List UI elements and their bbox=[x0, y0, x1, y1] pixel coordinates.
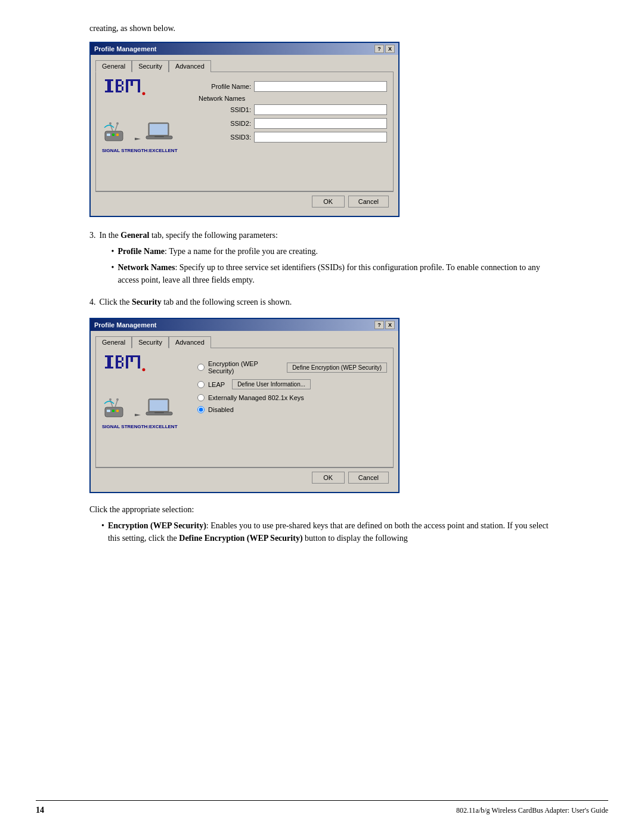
dialog-left-1: SIGNAL STRENGTH:EXCELLENT bbox=[102, 78, 191, 153]
help-button-1[interactable]: ? bbox=[374, 45, 384, 53]
radio-ext[interactable] bbox=[197, 394, 205, 401]
svg-rect-11 bbox=[126, 79, 140, 81]
svg-rect-36 bbox=[126, 355, 128, 368]
tab-advanced-2[interactable]: Advanced bbox=[169, 336, 211, 348]
close-button-2[interactable]: X bbox=[385, 321, 395, 329]
page-content: creating, as shown below. Profile Manage… bbox=[89, 24, 555, 544]
step3-rest: tab, specify the following parameters: bbox=[151, 231, 278, 240]
svg-rect-12 bbox=[131, 81, 133, 86]
laptop-icon-2 bbox=[145, 395, 174, 419]
dialog-titlebar-1: Profile Management ? X bbox=[91, 43, 398, 55]
help-button-2[interactable]: ? bbox=[374, 321, 384, 329]
svg-point-20 bbox=[109, 122, 112, 125]
svg-point-21 bbox=[116, 122, 119, 125]
ssid2-label: SSID2: bbox=[197, 120, 251, 127]
bullet1-text: : Type a name for the profile you are cr… bbox=[165, 247, 318, 256]
cancel-button-2[interactable]: Cancel bbox=[348, 472, 389, 484]
intro-text: creating, as shown below. bbox=[89, 24, 555, 33]
close-button-1[interactable]: X bbox=[385, 45, 395, 53]
tab-security-1[interactable]: Security bbox=[132, 60, 169, 72]
tab-general-2[interactable]: General bbox=[95, 336, 132, 348]
cancel-button-1[interactable]: Cancel bbox=[348, 196, 389, 208]
radio-disabled[interactable] bbox=[197, 406, 205, 413]
signal-strength-1: SIGNAL STRENGTH:EXCELLENT bbox=[102, 148, 191, 153]
radio-row-disabled: Disabled bbox=[197, 406, 387, 413]
svg-rect-5 bbox=[116, 85, 122, 86]
tab-bar-1: General Security Advanced bbox=[95, 60, 394, 72]
ibm-logo-2 bbox=[102, 354, 191, 377]
svg-rect-29 bbox=[105, 367, 113, 368]
svg-rect-6 bbox=[116, 91, 122, 92]
ssid1-input[interactable] bbox=[254, 104, 387, 115]
dialog-right-1: Profile Name: Network Names SSID1: SSID bbox=[197, 78, 387, 153]
step3-text: In the bbox=[100, 231, 119, 240]
ssid2-row: SSID2: bbox=[197, 118, 387, 129]
laptop-icon-1 bbox=[145, 119, 174, 143]
step-3: 3. In the General tab, specify the follo… bbox=[89, 229, 555, 290]
dialog-title-2: Profile Management bbox=[94, 321, 157, 329]
svg-rect-24 bbox=[150, 124, 168, 135]
router-icon-1 bbox=[102, 120, 131, 143]
titlebar-buttons-2: ? X bbox=[374, 321, 395, 329]
svg-rect-17 bbox=[116, 134, 119, 136]
svg-rect-8 bbox=[122, 86, 123, 91]
ssid2-input[interactable] bbox=[254, 118, 387, 129]
svg-marker-49 bbox=[135, 414, 141, 416]
define-user-button[interactable]: Define User Information... bbox=[232, 379, 311, 389]
step3-bullets: • Profile Name: Type a name for the prof… bbox=[100, 245, 555, 286]
svg-line-19 bbox=[115, 124, 117, 131]
svg-rect-0 bbox=[105, 79, 113, 81]
ssid1-label: SSID1: bbox=[197, 106, 251, 113]
dialog-inner-2: SIGNAL STRENGTH:EXCELLENT Encryption (WE… bbox=[102, 354, 387, 429]
security-bullets: • Encryption (WEP Security): Enables you… bbox=[89, 519, 555, 544]
titlebar-buttons-1: ? X bbox=[374, 45, 395, 53]
tab-advanced-1[interactable]: Advanced bbox=[169, 60, 211, 72]
network-names-label: Network Names bbox=[199, 95, 387, 102]
dialog-footer-2: OK Cancel bbox=[95, 467, 394, 487]
ok-button-2[interactable]: OK bbox=[312, 472, 345, 484]
svg-rect-16 bbox=[112, 134, 114, 136]
svg-rect-51 bbox=[150, 400, 168, 411]
step3-number: 3. bbox=[89, 229, 96, 290]
enc-end-text: button to display the following bbox=[305, 534, 408, 543]
svg-rect-1 bbox=[107, 81, 111, 91]
svg-rect-35 bbox=[122, 363, 123, 367]
radio-leap[interactable] bbox=[197, 381, 205, 388]
bullet2-label: Network Names bbox=[117, 263, 175, 272]
svg-rect-2 bbox=[105, 91, 113, 92]
svg-point-48 bbox=[116, 398, 119, 401]
dialog-footer-1: OK Cancel bbox=[95, 191, 394, 211]
bullet-encryption: • Encryption (WEP Security): Enables you… bbox=[101, 519, 555, 544]
ssid3-row: SSID3: bbox=[197, 132, 387, 143]
define-wep-button[interactable]: Define Encryption (WEP Security) bbox=[287, 363, 387, 373]
ok-button-1[interactable]: OK bbox=[312, 196, 345, 208]
radio-wep[interactable] bbox=[197, 364, 205, 371]
svg-rect-37 bbox=[138, 355, 140, 368]
bullet-network-names: • Network Names: Specify up to three ser… bbox=[112, 261, 555, 286]
svg-rect-10 bbox=[138, 79, 140, 92]
radio-row-leap: LEAP Define User Information... bbox=[197, 379, 387, 389]
step4-rest: tab and the following screen is shown. bbox=[163, 298, 292, 306]
tab-security-2[interactable]: Security bbox=[132, 336, 169, 348]
svg-point-47 bbox=[109, 398, 112, 401]
tab-bar-2: General Security Advanced bbox=[95, 336, 394, 348]
footer-title: 802.11a/b/g Wireless CardBus Adapter: Us… bbox=[456, 806, 608, 815]
tab-general-1[interactable]: General bbox=[95, 60, 132, 72]
security-options: Encryption (WEP Security) Define Encrypt… bbox=[197, 360, 387, 413]
ssid3-input[interactable] bbox=[254, 132, 387, 143]
profile-name-input[interactable] bbox=[254, 81, 387, 92]
dialog-body-2: General Security Advanced bbox=[91, 331, 398, 492]
svg-rect-38 bbox=[126, 355, 140, 357]
ssid3-label: SSID3: bbox=[197, 134, 251, 141]
svg-line-46 bbox=[115, 400, 117, 407]
step4-content: Click the Security tab and the following… bbox=[100, 296, 292, 308]
profile-name-row: Profile Name: bbox=[197, 81, 387, 92]
svg-rect-33 bbox=[116, 367, 122, 368]
dialog-main-1: SIGNAL STRENGTH:EXCELLENT Profile Name: … bbox=[95, 72, 394, 191]
ssid1-row: SSID1: bbox=[197, 104, 387, 115]
radio-row-ext: Externally Managed 802.1x Keys bbox=[197, 394, 387, 401]
svg-rect-26 bbox=[154, 136, 164, 137]
dialog-body-1: General Security Advanced bbox=[91, 55, 398, 216]
device-icons-1 bbox=[102, 119, 191, 143]
dialog-left-2: SIGNAL STRENGTH:EXCELLENT bbox=[102, 354, 191, 429]
